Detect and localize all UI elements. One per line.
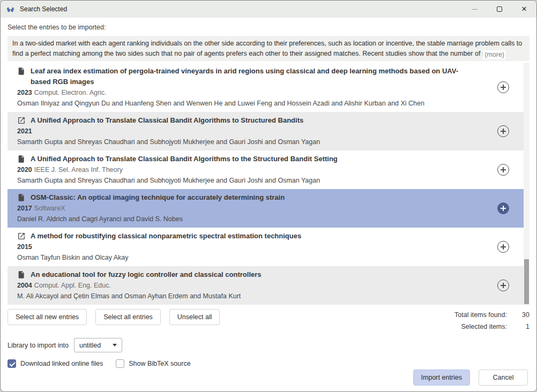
- file-document-icon: [17, 155, 26, 163]
- instruction-label: Select the entries to be imported:: [8, 24, 529, 31]
- totals-panel: Total items found: 30 Selected items: 1: [454, 309, 529, 333]
- entry-authors: M. Ali Akcayol and Çetin Elmas and Osman…: [17, 291, 497, 301]
- add-entry-button[interactable]: [497, 81, 509, 93]
- entry-title: A Unified Approach to Translate Classica…: [31, 115, 303, 126]
- entry-authors: Samarth Gupta and Shreyas Chaudhari and …: [17, 137, 497, 147]
- add-entry-button[interactable]: [497, 241, 509, 253]
- minimize-icon: [472, 9, 478, 10]
- chevron-down-icon: [113, 344, 117, 346]
- jabref-logo-icon: [6, 5, 15, 14]
- entry-year: 2020: [17, 166, 32, 174]
- selection-button-group: Select all new entries Select all entrie…: [8, 309, 220, 325]
- open-in-new-icon: [17, 232, 26, 240]
- entry-main: A Unified Approach to Translate Classica…: [17, 154, 497, 186]
- entry-row[interactable]: A Unified Approach to Translate Classica…: [8, 112, 529, 150]
- entry-title: A method for robustifying classical nonp…: [31, 231, 301, 242]
- scrollbar-thumb[interactable]: [524, 259, 529, 304]
- entry-row[interactable]: A method for robustifying classical nonp…: [8, 228, 529, 266]
- entry-title: OSM-Classic: An optical imaging techniqu…: [31, 192, 285, 203]
- add-entry-button[interactable]: [497, 164, 509, 176]
- cancel-button[interactable]: Cancel: [479, 370, 528, 386]
- show-bibtex-label[interactable]: Show BibTeX source: [129, 360, 190, 367]
- maximize-icon: [497, 6, 502, 12]
- minimize-button[interactable]: [463, 1, 487, 18]
- entry-journal: Comput. Electron. Agric.: [34, 89, 107, 96]
- file-document-icon: [17, 193, 26, 202]
- entry-title: A Unified Approach to Translate Classica…: [31, 154, 338, 164]
- window-title: Search Selected: [20, 5, 67, 13]
- entry-journal: Comput. Appl. Eng. Educ.: [34, 282, 111, 289]
- entry-row[interactable]: Leaf area index estimation of pergola-tr…: [8, 63, 529, 112]
- entry-title: Leaf area index estimation of pergola-tr…: [31, 66, 473, 87]
- entry-list: Leaf area index estimation of pergola-tr…: [8, 63, 529, 305]
- entry-authors: Osman Tayfun Biskin and Olcay Akay: [17, 252, 497, 263]
- library-label: Library to import into: [8, 342, 69, 349]
- selected-items-value: 1: [507, 321, 529, 333]
- download-files-checkbox[interactable]: [8, 359, 16, 368]
- entry-main: An educational tool for fuzzy logic cont…: [17, 269, 497, 301]
- more-link[interactable]: (more): [483, 50, 506, 59]
- window-controls: ×: [463, 1, 536, 18]
- file-document-icon: [17, 67, 26, 76]
- entry-year: 2015: [17, 243, 32, 251]
- entry-year: 2021: [17, 127, 32, 135]
- add-entry-button[interactable]: [497, 202, 509, 214]
- library-select[interactable]: untitled: [74, 338, 122, 352]
- import-entries-button[interactable]: Import entries: [413, 370, 470, 386]
- entry-main: OSM-Classic: An optical imaging techniqu…: [17, 192, 497, 224]
- footer: Select all new entries Select all entrie…: [8, 309, 529, 391]
- entry-main: A Unified Approach to Translate Classica…: [17, 115, 497, 147]
- show-bibtex-checkbox[interactable]: [116, 359, 124, 368]
- entry-title: An educational tool for fuzzy logic cont…: [31, 269, 262, 280]
- entry-year: 2004: [17, 282, 32, 289]
- entry-main: Leaf area index estimation of pergola-tr…: [17, 66, 497, 109]
- add-entry-button[interactable]: [497, 280, 509, 291]
- entry-row[interactable]: A Unified Approach to Translate Classica…: [8, 150, 529, 189]
- select-all-new-entries-button[interactable]: Select all new entries: [8, 309, 87, 325]
- download-files-label[interactable]: Download linked online files: [20, 360, 103, 367]
- entry-authors: Osman Ilniyaz and Qingyun Du and Huanfen…: [17, 98, 497, 109]
- select-all-entries-button[interactable]: Select all entries: [95, 309, 161, 325]
- abstract-text: In a two-sided market with each agent ra…: [12, 40, 522, 57]
- entry-authors: Samarth Gupta and Shreyas Chaudhari and …: [17, 175, 497, 186]
- dialog-window: Search Selected × Select the entries to …: [0, 0, 537, 392]
- entry-year: 2023: [17, 89, 32, 96]
- entry-journal: IEEE J. Sel. Areas Inf. Theory: [34, 166, 123, 174]
- entry-row[interactable]: An educational tool for fuzzy logic cont…: [8, 266, 529, 305]
- title-bar: Search Selected ×: [1, 1, 536, 18]
- entry-main: A method for robustifying classical nonp…: [17, 231, 497, 263]
- unselect-all-button[interactable]: Unselect all: [169, 309, 220, 325]
- entry-authors: Daniel R. Aldrich and Cagri Ayranci and …: [17, 214, 497, 224]
- maximize-button[interactable]: [487, 1, 512, 18]
- entry-journal: SoftwareX: [34, 205, 65, 212]
- close-icon: ×: [521, 6, 527, 12]
- total-items-value: 30: [507, 309, 529, 321]
- entry-year: 2017: [17, 205, 32, 212]
- library-select-value: untitled: [79, 342, 113, 349]
- close-button[interactable]: ×: [512, 1, 536, 18]
- entry-row[interactable]: OSM-Classic: An optical imaging techniqu…: [8, 189, 529, 228]
- total-items-label: Total items found:: [454, 309, 507, 321]
- scrollbar-track[interactable]: [524, 63, 529, 305]
- open-in-new-icon: [17, 116, 26, 125]
- file-document-icon: [17, 270, 26, 279]
- add-entry-button[interactable]: [497, 125, 509, 137]
- selected-items-label: Selected items:: [461, 321, 507, 333]
- abstract-preview: In a two-sided market with each agent ra…: [8, 36, 529, 61]
